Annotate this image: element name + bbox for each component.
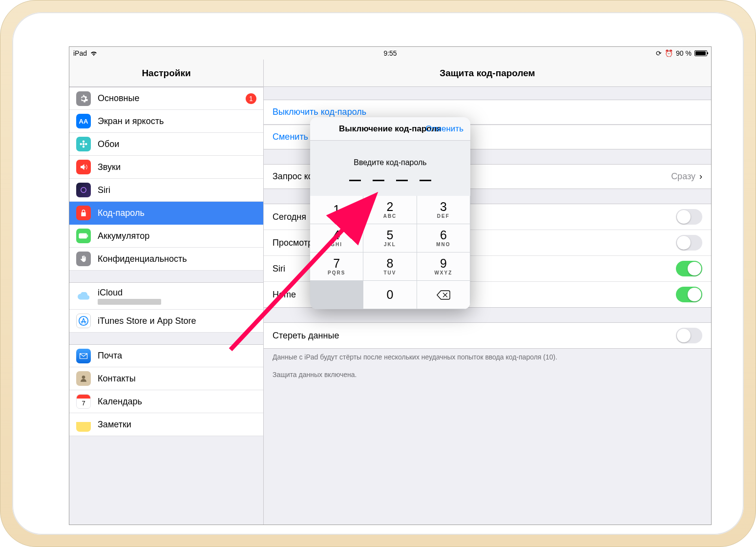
- update-badge: 1: [246, 93, 256, 104]
- key-5[interactable]: 5JKL: [363, 224, 417, 252]
- sidebar-item-label: iTunes Store и App Store: [98, 316, 196, 326]
- sidebar-item-label: Обои: [98, 139, 119, 149]
- sidebar-item-label: Экран и яркость: [98, 116, 164, 126]
- device-label: iPad: [73, 49, 87, 57]
- switch[interactable]: [676, 209, 702, 225]
- screen: iPad 9:55 ⟳ ⏰ 90 % Настройки: [69, 46, 712, 525]
- battery-menu-icon: [76, 229, 91, 243]
- svg-point-1: [81, 188, 86, 193]
- require-passcode-value: Сразу: [671, 171, 695, 182]
- sidebar-item-label: Siri: [98, 185, 110, 195]
- sidebar-item-itunes[interactable]: iTunes Store и App Store: [69, 310, 263, 333]
- clock: 9:55: [383, 49, 397, 57]
- sidebar-list[interactable]: Основные 1 AA Экран и яркость Обои: [69, 87, 263, 525]
- envelope-icon: [76, 349, 91, 363]
- toggle-label: Стереть данные: [273, 331, 339, 341]
- sidebar-item-label: Заметки: [98, 420, 131, 430]
- key-blank: [310, 281, 363, 309]
- protection-note: Защита данных включена.: [264, 366, 711, 384]
- key-8[interactable]: 8TUV: [363, 252, 417, 281]
- sidebar-item-label: Конфиденциальность: [98, 254, 187, 264]
- sidebar-item-icloud[interactable]: iCloud: [69, 282, 263, 310]
- gear-icon: [76, 91, 91, 106]
- sidebar-item-siri[interactable]: Siri: [69, 179, 263, 202]
- toggle-label: Home: [273, 290, 296, 300]
- ipad-device-frame: iPad 9:55 ⟳ ⏰ 90 % Настройки: [0, 0, 756, 547]
- numeric-keypad: 1 2ABC 3DEF 4GHI 5JKL 6MNO 7PQRS 8TUV 9W…: [310, 196, 470, 309]
- battery-percent: 90 %: [676, 49, 692, 57]
- sidebar-item-privacy[interactable]: Конфиденциальность: [69, 248, 263, 271]
- passcode-dash: [373, 180, 384, 181]
- erase-note: Данные с iPad будут стёрты после несколь…: [264, 349, 711, 366]
- switch[interactable]: [676, 328, 702, 343]
- sidebar-item-sounds[interactable]: Звуки: [69, 156, 263, 179]
- sidebar-item-wallpaper[interactable]: Обои: [69, 133, 263, 156]
- toggle-label: Сегодня: [273, 212, 306, 222]
- svg-point-5: [82, 376, 85, 379]
- battery-icon: [694, 50, 707, 56]
- svg-rect-2: [79, 233, 87, 238]
- key-9[interactable]: 9WXYZ: [417, 252, 470, 281]
- sidebar-item-label: Аккумулятор: [98, 231, 149, 241]
- enter-passcode-prompt: Введите код-пароль: [310, 158, 470, 167]
- app-store-icon: [76, 314, 91, 328]
- sidebar-item-display[interactable]: AA Экран и яркость: [69, 110, 263, 133]
- sidebar-item-mail[interactable]: Почта: [69, 344, 263, 367]
- sidebar-item-notes[interactable]: Заметки: [69, 413, 263, 436]
- status-bar: iPad 9:55 ⟳ ⏰ 90 %: [69, 47, 711, 60]
- sidebar-item-label: iCloud: [98, 288, 161, 298]
- cancel-button[interactable]: Отменить: [425, 124, 463, 134]
- passcode-popover: Выключение код-пароля Отменить Введите к…: [310, 117, 470, 309]
- lock-icon: [76, 206, 91, 220]
- switch[interactable]: [676, 235, 702, 251]
- svg-point-0: [83, 143, 85, 146]
- key-7[interactable]: 7PQRS: [310, 252, 363, 281]
- backspace-icon: [437, 290, 450, 300]
- detail-title: Защита код-паролем: [264, 60, 711, 87]
- sidebar-item-label: Почта: [98, 351, 122, 361]
- sidebar-item-label: Код-пароль: [98, 208, 145, 218]
- svg-point-4: [79, 316, 88, 325]
- switch[interactable]: [676, 261, 702, 276]
- hand-icon: [76, 252, 91, 266]
- sidebar-title: Настройки: [69, 60, 263, 87]
- icloud-icon: [76, 289, 91, 303]
- passcode-dash: [349, 180, 361, 181]
- key-0[interactable]: 0: [363, 281, 417, 309]
- svg-rect-3: [87, 235, 88, 237]
- key-1[interactable]: 1: [310, 196, 363, 224]
- orientation-lock-icon: ⟳: [656, 49, 662, 57]
- text-size-icon: AA: [76, 114, 91, 128]
- passcode-dash: [420, 180, 431, 181]
- passcode-dash: [396, 180, 408, 181]
- sidebar-item-label: Основные: [98, 93, 139, 104]
- sidebar-item-label: Звуки: [98, 162, 121, 172]
- toggle-label: Siri: [273, 264, 285, 274]
- wifi-icon: [90, 50, 98, 56]
- sidebar-item-label: Календарь: [98, 397, 142, 407]
- icloud-account: [98, 299, 161, 305]
- sidebar-item-battery[interactable]: Аккумулятор: [69, 225, 263, 248]
- toggle-erase[interactable]: Стереть данные: [264, 322, 711, 349]
- sidebar-item-label: Контакты: [98, 374, 136, 384]
- settings-sidebar: Настройки Основные 1 AA Экран и яркость: [69, 60, 264, 525]
- sidebar-item-passcode[interactable]: Код-пароль: [69, 202, 263, 225]
- flower-icon: [76, 137, 91, 151]
- key-6[interactable]: 6MNO: [417, 224, 470, 252]
- sidebar-item-general[interactable]: Основные 1: [69, 87, 263, 110]
- sidebar-item-contacts[interactable]: Контакты: [69, 367, 263, 390]
- key-backspace[interactable]: [417, 281, 470, 309]
- calendar-icon: 7: [76, 394, 91, 409]
- switch[interactable]: [676, 287, 702, 302]
- key-3[interactable]: 3DEF: [417, 196, 470, 224]
- siri-icon: [76, 183, 91, 197]
- passcode-field[interactable]: [310, 180, 470, 181]
- alarm-icon: ⏰: [665, 49, 673, 57]
- person-icon: [76, 371, 91, 386]
- key-4[interactable]: 4GHI: [310, 224, 363, 252]
- notes-icon: [76, 417, 91, 432]
- key-2[interactable]: 2ABC: [363, 196, 417, 224]
- sidebar-item-calendar[interactable]: 7 Календарь: [69, 390, 263, 413]
- speaker-icon: [76, 160, 91, 174]
- chevron-right-icon: ›: [699, 171, 702, 182]
